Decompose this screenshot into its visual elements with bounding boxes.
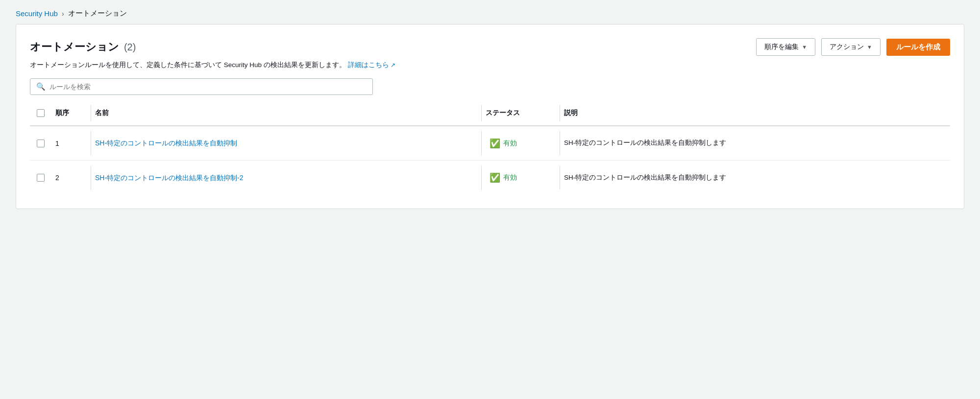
count-badge: (2) xyxy=(124,42,136,52)
search-row: 🔍 xyxy=(30,78,950,95)
breadcrumb-current: オートメーション xyxy=(68,9,127,18)
header-checkbox[interactable] xyxy=(37,109,45,117)
row1-checkbox[interactable] xyxy=(37,140,45,147)
sort-button-label: 順序を編集 xyxy=(764,43,799,51)
breadcrumb-link-security-hub[interactable]: Security Hub xyxy=(16,9,58,18)
details-link[interactable]: 詳細はこちら ↗ xyxy=(348,61,395,70)
search-input[interactable] xyxy=(49,83,367,91)
page-title: オートメーション xyxy=(30,41,119,53)
row2-name: SH-特定のコントロールの検出結果を自動抑制-2 xyxy=(91,166,481,190)
row1-name-link[interactable]: SH-特定のコントロールの検出結果を自動抑制 xyxy=(95,138,237,148)
header-row: オートメーション (2) 順序を編集 ▼ アクション ▼ ルールを作成 xyxy=(30,38,950,56)
row2-order: 2 xyxy=(51,167,91,188)
row2-description: SH-特定のコントロールの検出結果を自動抑制します xyxy=(560,166,950,189)
th-checkbox xyxy=(30,105,51,121)
search-icon: 🔍 xyxy=(36,82,46,91)
breadcrumb: Security Hub › オートメーション xyxy=(0,0,980,24)
main-card: オートメーション (2) 順序を編集 ▼ アクション ▼ ルールを作成 オートメ… xyxy=(16,24,964,209)
sort-dropdown-icon: ▼ xyxy=(802,44,807,50)
row2-status: ✅ 有効 xyxy=(481,165,560,190)
row1-status: ✅ 有効 xyxy=(481,131,560,156)
th-name: 名前 xyxy=(91,105,481,121)
row1-status-label: 有効 xyxy=(503,139,517,148)
sort-button[interactable]: 順序を編集 ▼ xyxy=(756,38,815,56)
row1-status-icon: ✅ xyxy=(490,138,500,149)
action-button[interactable]: アクション ▼ xyxy=(821,38,881,56)
row2-status-icon: ✅ xyxy=(490,172,500,183)
description-row: オートメーションルールを使用して、定義した条件に基づいて Security Hu… xyxy=(30,61,950,70)
row2-desc-text: SH-特定のコントロールの検出結果を自動抑制します xyxy=(564,174,726,181)
details-link-label: 詳細はこちら xyxy=(348,61,389,70)
external-link-icon: ↗ xyxy=(391,62,395,69)
action-dropdown-icon: ▼ xyxy=(867,44,872,50)
row1-description: SH-特定のコントロールの検出結果を自動抑制します xyxy=(560,131,950,155)
table-header: 順序 名前 ステータス 説明 xyxy=(30,105,950,126)
th-status: ステータス xyxy=(481,105,560,121)
row2-status-label: 有効 xyxy=(503,173,517,182)
row2-checkbox-cell xyxy=(30,174,51,182)
row1-name: SH-特定のコントロールの検出結果を自動抑制 xyxy=(91,131,481,155)
row1-desc-text: SH-特定のコントロールの検出結果を自動抑制します xyxy=(564,139,726,146)
rules-table: 順序 名前 ステータス 説明 1 SH-特定のコントロールの検出結果を自動抑制 … xyxy=(30,105,950,195)
header-actions: 順序を編集 ▼ アクション ▼ ルールを作成 xyxy=(756,38,950,56)
breadcrumb-separator: › xyxy=(62,10,64,18)
row2-checkbox[interactable] xyxy=(37,174,45,182)
description-text: オートメーションルールを使用して、定義した条件に基づいて Security Hu… xyxy=(30,61,346,70)
create-rule-button[interactable]: ルールを作成 xyxy=(886,39,950,56)
row2-name-link[interactable]: SH-特定のコントロールの検出結果を自動抑制-2 xyxy=(95,173,244,183)
table-row: 2 SH-特定のコントロールの検出結果を自動抑制-2 ✅ 有効 SH-特定のコン… xyxy=(30,161,950,195)
table-row: 1 SH-特定のコントロールの検出結果を自動抑制 ✅ 有効 SH-特定のコントロ… xyxy=(30,126,950,161)
th-description: 説明 xyxy=(560,105,950,121)
search-input-wrapper[interactable]: 🔍 xyxy=(30,78,373,95)
row1-order: 1 xyxy=(51,133,91,154)
row1-checkbox-cell xyxy=(30,140,51,147)
page-title-wrapper: オートメーション (2) xyxy=(30,40,136,54)
action-button-label: アクション xyxy=(830,43,864,51)
th-order: 順序 xyxy=(51,105,91,121)
